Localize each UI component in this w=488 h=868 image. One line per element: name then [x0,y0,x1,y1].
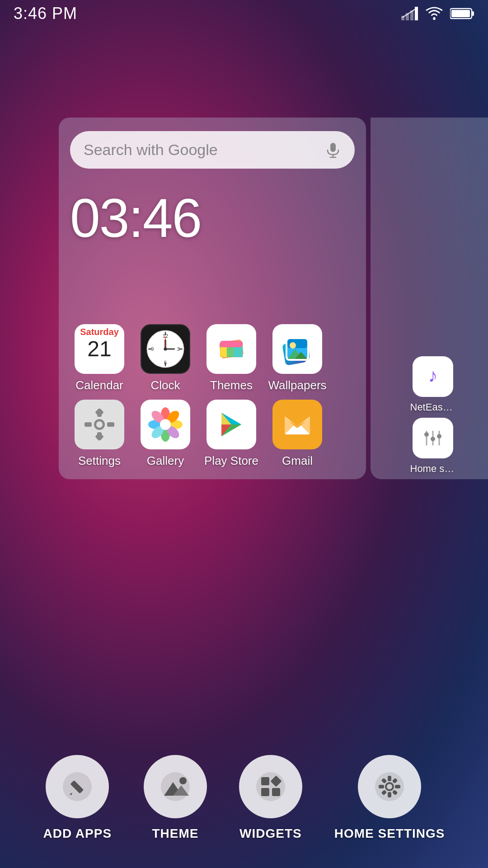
gmail-icon [272,400,322,449]
svg-rect-31 [234,347,243,357]
clock-label: Clock [150,378,180,392]
svg-point-38 [290,342,296,349]
svg-rect-8 [451,10,470,17]
svg-point-5 [433,17,436,20]
main-panel: Search with Google 03:46 [59,118,366,479]
svg-rect-29 [220,347,227,357]
app-netease-peek[interactable]: ♪ NetEase M... [377,356,488,413]
playstore-icon [206,400,256,449]
svg-rect-7 [472,11,474,16]
dock-home-settings[interactable]: HOME SETTINGS [334,755,445,841]
wallpapers-icon [272,324,322,374]
signal-icon [401,7,418,20]
search-bar[interactable]: Search with Google [70,131,355,169]
mic-icon[interactable] [325,142,341,158]
status-icons [401,7,474,20]
svg-rect-92 [388,792,391,797]
svg-rect-46 [107,422,114,427]
svg-point-24 [164,347,167,350]
widgets-icon [239,755,302,818]
svg-point-74 [431,437,435,441]
home-settings-label: HOME SETTINGS [334,826,445,841]
gmail-label: Gmail [282,454,313,468]
dock-widgets[interactable]: WIDGETS [239,755,302,841]
calendar-label: Calendar [75,378,123,392]
app-clock[interactable]: 12 3 6 9 [136,324,195,392]
clock-icon: 12 3 6 9 [141,324,190,374]
bottom-dock: ADD APPS THEME [0,755,488,841]
svg-rect-84 [261,777,269,785]
app-gallery[interactable]: Gallery [136,400,195,468]
settings-label: Settings [78,454,121,468]
svg-rect-45 [84,422,92,427]
svg-rect-85 [261,788,269,796]
svg-point-42 [96,421,103,428]
svg-rect-86 [272,788,280,796]
app-wallpapers[interactable]: Wallpapers [268,324,327,392]
svg-point-90 [387,784,392,789]
svg-point-73 [424,432,429,437]
svg-point-60 [160,419,171,430]
svg-text:3: 3 [177,346,180,352]
gallery-icon [141,400,190,449]
dock-theme[interactable]: THEME [144,755,207,841]
app-playstore[interactable]: Play Store [202,400,261,468]
themes-icon [206,324,256,374]
svg-point-83 [256,772,285,801]
svg-rect-9 [330,143,336,152]
svg-point-75 [437,434,441,439]
app-grid: Saturday 21 Calendar [70,324,355,468]
app-gmail[interactable]: Gmail [268,400,327,468]
status-time: 3:46 PM [14,4,77,23]
playstore-label: Play Store [204,454,258,468]
calendar-icon: Saturday 21 [75,324,124,374]
svg-rect-91 [388,776,391,781]
app-homesettings-peek[interactable]: Home setti... [377,418,488,475]
add-apps-label: ADD APPS [43,826,112,841]
clock-widget: 03:46 [70,187,355,249]
battery-icon [450,7,474,20]
home-panel-container: Search with Google 03:46 [0,118,488,479]
themes-label: Themes [210,378,253,392]
svg-rect-94 [395,785,400,788]
gallery-label: Gallery [147,454,184,468]
netease-label: NetEase M... [410,401,455,413]
theme-label: THEME [152,826,198,841]
netease-icon: ♪ [413,356,453,397]
svg-rect-93 [379,785,384,788]
app-themes[interactable]: Themes [202,324,261,392]
search-placeholder: Search with Google [84,141,325,159]
homesettings-label: Home setti... [410,463,455,475]
svg-point-82 [179,777,187,784]
settings-icon [75,400,124,449]
add-apps-icon [46,755,109,818]
widgets-label: WIDGETS [239,826,302,841]
svg-text:9: 9 [151,346,154,352]
home-settings-icon [358,755,421,818]
dock-add-apps[interactable]: ADD APPS [43,755,112,841]
svg-rect-28 [220,341,243,347]
svg-rect-30 [227,347,234,357]
svg-text:♪: ♪ [428,365,437,386]
app-settings[interactable]: Settings [70,400,129,468]
status-bar: 3:46 PM [0,0,488,27]
homesettings-icon [413,418,453,458]
wifi-icon [426,7,443,20]
app-calendar[interactable]: Saturday 21 Calendar [70,324,129,392]
wallpapers-label: Wallpapers [268,378,326,392]
svg-text:6: 6 [164,360,167,365]
theme-icon [144,755,207,818]
right-peek-panel: ♪ NetEase M... [371,118,488,479]
